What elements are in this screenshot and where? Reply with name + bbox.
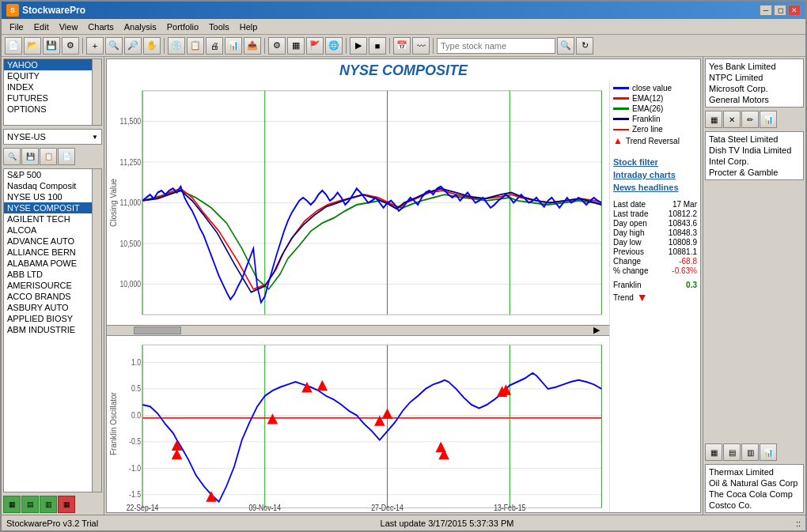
left-sidebar: YAHOO EQUITY INDEX FUTURES OPTIONS NYSE-… xyxy=(2,57,104,515)
sidebar-tb-btn2[interactable]: 💾 xyxy=(21,148,39,165)
market-index[interactable]: INDEX xyxy=(4,81,92,92)
tb-zoom-btn2[interactable]: 🔎 xyxy=(124,37,142,55)
stock-amerisource[interactable]: AMERISOURCE xyxy=(4,280,92,291)
toolbar-sep1 xyxy=(82,38,83,54)
tb-add-btn[interactable]: + xyxy=(86,37,104,55)
tb-wave-btn[interactable]: 〰 xyxy=(412,37,430,55)
legend-zeroline-label: Zero line xyxy=(632,125,663,134)
stock-alliance[interactable]: ALLIANCE BERN xyxy=(4,247,92,258)
chart-scrollbar[interactable]: ▶ xyxy=(107,325,609,336)
rp3-item1[interactable]: Thermax Limited xyxy=(707,466,801,477)
rp-tb3-btn2[interactable]: ▤ xyxy=(723,443,741,461)
rp2-item2[interactable]: Dish TV India Limited xyxy=(707,145,801,156)
tb-flag-btn[interactable]: 🚩 xyxy=(306,37,324,55)
rp1-item2[interactable]: NTPC Limited xyxy=(707,72,801,83)
tb-disk-btn[interactable]: 💿 xyxy=(168,37,185,55)
sidebar-tb-btn3[interactable]: 📋 xyxy=(40,148,57,165)
sidebar-tb-btn4[interactable]: 📄 xyxy=(58,148,75,165)
stock-sp500[interactable]: S&P 500 xyxy=(4,169,92,180)
news-headlines-link[interactable]: News headlines xyxy=(613,183,697,192)
stock-list-scrollbar[interactable] xyxy=(92,169,101,492)
rp2-item4[interactable]: Procter & Gamble xyxy=(707,167,801,178)
tb-new-btn[interactable]: 📄 xyxy=(5,37,22,55)
stock-asbury[interactable]: ASBURY AUTO xyxy=(4,302,92,313)
rp1-item3[interactable]: Microsoft Corp. xyxy=(707,83,801,94)
tb-hand-btn[interactable]: ✋ xyxy=(143,37,161,55)
menu-analysis[interactable]: Analysis xyxy=(119,21,161,32)
stock-abm[interactable]: ABM INDUSTRIE xyxy=(4,324,92,335)
stock-acco[interactable]: ACCO BRANDS xyxy=(4,291,92,302)
rp3-item4[interactable]: Costco Co. xyxy=(707,500,801,511)
market-yahoo[interactable]: YAHOO xyxy=(4,59,92,70)
rp-tb3-btn1[interactable]: ▦ xyxy=(705,443,722,461)
market-equity[interactable]: EQUITY xyxy=(4,70,92,81)
tb-play-btn[interactable]: ▶ xyxy=(350,37,367,55)
search-input[interactable] xyxy=(437,38,555,54)
stock-nyse100[interactable]: NYSE US 100 xyxy=(4,191,92,202)
bottom-btn1[interactable]: ▦ xyxy=(3,496,21,513)
menu-edit[interactable]: Edit xyxy=(29,21,54,32)
menu-tools[interactable]: Tools xyxy=(204,21,234,32)
exchange-dropdown[interactable]: NYSE-US ▼ xyxy=(3,129,102,145)
rp-tb1-btn1[interactable]: ▦ xyxy=(705,111,722,128)
intraday-charts-link[interactable]: Intraday charts xyxy=(613,170,697,179)
tb-zoom-in-btn[interactable]: 🔍 xyxy=(105,37,123,55)
stock-applied[interactable]: APPLIED BIOSY xyxy=(4,313,92,324)
market-list-scrollbar[interactable] xyxy=(92,59,101,125)
rp1-item1[interactable]: Yes Bank Limited xyxy=(707,61,801,72)
menu-file[interactable]: File xyxy=(5,21,28,32)
tb-copy-btn[interactable]: 📋 xyxy=(187,37,204,55)
rp-tb3-btn4[interactable]: 📊 xyxy=(760,443,777,461)
menu-portfolio[interactable]: Portfolio xyxy=(162,21,203,32)
market-options[interactable]: OPTIONS xyxy=(4,104,92,115)
stock-alcoa[interactable]: ALCOA xyxy=(4,224,92,236)
search-button[interactable]: 🔍 xyxy=(557,37,574,55)
scroll-arrow-right[interactable]: ▶ xyxy=(593,325,600,335)
tb-stop-btn[interactable]: ■ xyxy=(369,37,386,55)
tb-globe-btn[interactable]: 🌐 xyxy=(325,37,343,55)
menu-view[interactable]: View xyxy=(55,21,83,32)
close-button[interactable]: ✕ xyxy=(788,5,801,16)
sidebar-tb-btn1[interactable]: 🔍 xyxy=(3,148,21,165)
rp-tb1-btn4[interactable]: 📊 xyxy=(760,111,777,128)
svg-text:09-Nov-14: 09-Nov-14 xyxy=(248,503,281,512)
tb-cal-btn[interactable]: 📅 xyxy=(393,37,411,55)
tb-grid-btn[interactable]: ▦ xyxy=(287,37,305,55)
menu-charts[interactable]: Charts xyxy=(83,21,118,32)
stock-filter-link[interactable]: Stock filter xyxy=(613,157,697,167)
tb-settings-btn[interactable]: ⚙ xyxy=(62,37,79,55)
stock-abb[interactable]: ABB LTD xyxy=(4,269,92,280)
rp2-item1[interactable]: Tata Steel Limited xyxy=(707,134,801,145)
chart-title: NYSE COMPOSITE xyxy=(107,59,700,81)
svg-text:11,500: 11,500 xyxy=(119,116,141,126)
scrollbar-thumb[interactable] xyxy=(134,326,181,334)
rp1-item4[interactable]: General Motors xyxy=(707,94,801,105)
day-low-row: Day low 10808.9 xyxy=(613,238,697,247)
rp2-item3[interactable]: Intel Corp. xyxy=(707,156,801,167)
restore-button[interactable]: ◻ xyxy=(774,5,786,16)
stock-advance[interactable]: ADVANCE AUTO xyxy=(4,236,92,247)
stock-alabama[interactable]: ALABAMA POWE xyxy=(4,258,92,269)
bottom-btn4[interactable]: ▦ xyxy=(58,496,75,513)
rp-tb1-btn2[interactable]: ✕ xyxy=(723,111,741,128)
bottom-btn3[interactable]: ▥ xyxy=(40,496,57,513)
previous-val: 10881.1 xyxy=(669,247,697,256)
rp3-item3[interactable]: The Coca Cola Comp xyxy=(707,489,801,500)
tb-gear-btn[interactable]: ⚙ xyxy=(268,37,286,55)
stock-nysecompos[interactable]: NYSE COMPOSIT xyxy=(4,202,92,213)
menu-help[interactable]: Help xyxy=(235,21,263,32)
rp3-item2[interactable]: Oil & Natural Gas Corp xyxy=(707,477,801,489)
stock-nasdaq[interactable]: Nasdaq Composit xyxy=(4,180,92,191)
tb-open-btn[interactable]: 📂 xyxy=(24,37,41,55)
stock-agilent[interactable]: AGILENT TECH xyxy=(4,213,92,224)
bottom-btn2[interactable]: ▤ xyxy=(21,496,39,513)
tb-chart-btn[interactable]: 📊 xyxy=(225,37,242,55)
tb-save-btn[interactable]: 💾 xyxy=(43,37,60,55)
tb-refresh-btn[interactable]: ↻ xyxy=(576,37,593,55)
rp-tb3-btn3[interactable]: ▥ xyxy=(741,443,759,461)
tb-export-btn[interactable]: 📤 xyxy=(244,37,261,55)
market-futures[interactable]: FUTURES xyxy=(4,92,92,104)
minimize-button[interactable]: ─ xyxy=(760,5,772,16)
rp-tb1-btn3[interactable]: ✏ xyxy=(741,111,759,128)
tb-print-btn[interactable]: 🖨 xyxy=(206,37,223,55)
